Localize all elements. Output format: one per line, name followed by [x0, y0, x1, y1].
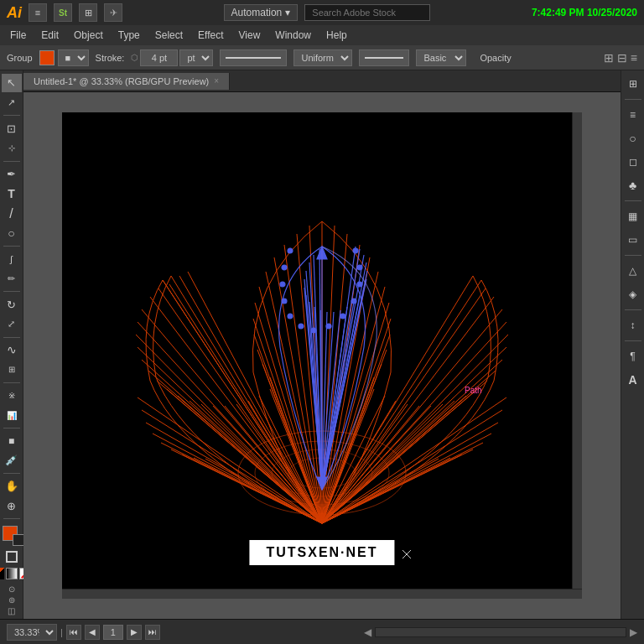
scroll-left-btn[interactable]: ◀	[364, 626, 371, 638]
svg-line-23	[179, 276, 322, 523]
layers-panel-btn[interactable]: ⊞	[623, 74, 643, 94]
recolor-artwork-btn[interactable]: ⊚	[8, 595, 15, 605]
ai-logo: Ai	[7, 4, 22, 22]
toolbar-separator-2	[3, 161, 20, 162]
appearance-panel-btn[interactable]: ◻	[623, 152, 643, 172]
libraries-panel-btn[interactable]: ○	[623, 128, 643, 148]
canvas-wrapper[interactable]: Path TUTSXEN·NET	[23, 92, 621, 619]
first-page-btn[interactable]: ⏮	[66, 625, 81, 640]
symbol-tool[interactable]: ※	[2, 387, 22, 405]
stroke-value-input[interactable]	[140, 49, 178, 66]
canvas-area: Untitled-1* @ 33.33% (RGB/GPU Preview) ×	[23, 70, 621, 619]
fill-swatch[interactable]	[39, 50, 55, 65]
pen-tool[interactable]: ✒	[2, 164, 22, 183]
last-page-btn[interactable]: ⏭	[145, 625, 160, 640]
align-icon[interactable]: ⊟	[617, 51, 627, 65]
stroke-fill-indicator	[6, 551, 18, 563]
page-number-input[interactable]	[103, 625, 123, 640]
paintbrush-tool[interactable]: ∫	[2, 250, 22, 268]
stroke-indicator[interactable]	[6, 551, 18, 563]
document-tab[interactable]: Untitled-1* @ 33.33% (RGB/GPU Preview) ×	[23, 73, 230, 90]
menu-help[interactable]: Help	[319, 28, 354, 43]
next-page-btn[interactable]: ▶	[127, 625, 142, 640]
artwork-svg: Path	[62, 112, 582, 599]
search-input[interactable]	[304, 4, 430, 21]
svg-line-7	[138, 347, 322, 523]
slice-tool[interactable]: ⊹	[2, 139, 22, 158]
svg-line-31	[322, 335, 508, 523]
menu-edit[interactable]: Edit	[34, 28, 65, 43]
menu-effect[interactable]: Effect	[191, 28, 230, 43]
prev-page-btn[interactable]: ◀	[85, 625, 100, 640]
direct-select-tool[interactable]: ↗	[2, 94, 22, 112]
menu-select[interactable]: Select	[148, 28, 190, 43]
svg-line-6	[136, 335, 322, 523]
background-color[interactable]	[13, 534, 24, 546]
edit-colors-btn[interactable]: ⊙	[8, 584, 15, 594]
icon-btn-st[interactable]: St	[54, 3, 72, 22]
menu-object[interactable]: Object	[67, 28, 110, 43]
icon-btn-publish[interactable]: ✈	[104, 3, 122, 22]
eyedropper-tool[interactable]: 💉	[2, 452, 22, 470]
free-transform-tool[interactable]: ⊞	[2, 361, 22, 379]
color-mode-btn[interactable]	[0, 568, 4, 579]
rotate-tool[interactable]: ↻	[2, 295, 22, 314]
tab-close-button[interactable]: ×	[214, 76, 219, 86]
vertical-scrollbar[interactable]	[572, 112, 582, 599]
scrollbar-track[interactable]	[375, 627, 626, 637]
icon-btn-grid[interactable]: ≡	[29, 3, 47, 22]
zoom-select[interactable]: 33.33%	[7, 624, 57, 641]
zoom-tool[interactable]: ⊕	[2, 497, 22, 516]
character-panel-btn[interactable]: A	[623, 370, 643, 390]
color-swatches	[3, 526, 21, 543]
toolbar-separator-8	[3, 473, 20, 474]
status-bar: 33.33% | ⏮ ◀ ▶ ⏭ ◀ ▶	[0, 619, 644, 644]
fill-mode-select[interactable]: ■	[58, 49, 89, 66]
scroll-right-btn[interactable]: ▶	[630, 626, 637, 638]
gradient-mode-btn[interactable]	[6, 568, 18, 579]
right-panel-sep-3	[625, 255, 641, 256]
menu-icon[interactable]: ≡	[631, 51, 637, 65]
select-tool[interactable]: ↖	[2, 74, 22, 92]
menu-view[interactable]: View	[232, 28, 267, 43]
warp-tool[interactable]: ∿	[2, 340, 22, 359]
stroke-unit-select[interactable]: pt	[179, 49, 213, 66]
arrange-icons[interactable]: ⊞ ⊟ ≡	[604, 51, 637, 65]
properties-panel-btn[interactable]: ≡	[623, 105, 643, 125]
toolbar-separator-9	[3, 518, 20, 519]
left-toolbar: ↖ ↗ ⊡ ⊹ ✒ T / ○ ∫ ✏ ↻ ⤢ ∿ ⊞ ※ 📊 ■ 💉 ✋ ⊕	[0, 70, 23, 619]
menu-type[interactable]: Type	[112, 28, 147, 43]
transform-panel-btn[interactable]: ◈	[623, 284, 643, 304]
scale-tool[interactable]: ⤢	[2, 315, 22, 334]
line-segment-tool[interactable]: /	[2, 205, 22, 223]
profile-select[interactable]: Basic	[416, 49, 466, 66]
swatch-panel-btn[interactable]: ▦	[623, 206, 643, 226]
artboard: Path TUTSXEN·NET	[62, 112, 582, 599]
menu-window[interactable]: Window	[268, 28, 318, 43]
automation-button[interactable]: Automation ▾	[224, 4, 299, 21]
brush-panel-btn[interactable]: ▭	[623, 230, 643, 250]
artboard-tool[interactable]: ⊡	[2, 119, 22, 138]
artboards-btn[interactable]: ◫	[8, 606, 15, 615]
menu-file[interactable]: File	[3, 28, 33, 43]
hand-tool[interactable]: ✋	[2, 477, 22, 496]
paragraph-panel-btn[interactable]: ¶	[623, 346, 643, 366]
toolbar-separator-7	[3, 428, 20, 428]
crosshair	[402, 550, 411, 558]
right-panel-sep-2	[625, 200, 641, 201]
align-panel-btn[interactable]: ↕	[623, 315, 643, 335]
icon-btn-layout[interactable]: ⊞	[79, 3, 97, 22]
stroke-panel-btn[interactable]: △	[623, 261, 643, 281]
svg-line-16	[225, 406, 322, 523]
pencil-tool[interactable]: ✏	[2, 270, 22, 288]
horizontal-scrollbar[interactable]	[62, 589, 582, 599]
extra-tools: ⊙ ⊚ ◫	[8, 584, 15, 615]
type-tool[interactable]: T	[2, 184, 22, 203]
svg-point-121	[340, 314, 345, 319]
grid-view-icon[interactable]: ⊞	[604, 51, 614, 65]
graph-tool[interactable]: 📊	[2, 406, 22, 424]
shape-tool[interactable]: ○	[2, 224, 22, 242]
gradient-tool[interactable]: ■	[2, 432, 22, 450]
symbols-panel-btn[interactable]: ♣	[623, 175, 643, 195]
stroke-type-select[interactable]: Uniform	[293, 49, 352, 66]
